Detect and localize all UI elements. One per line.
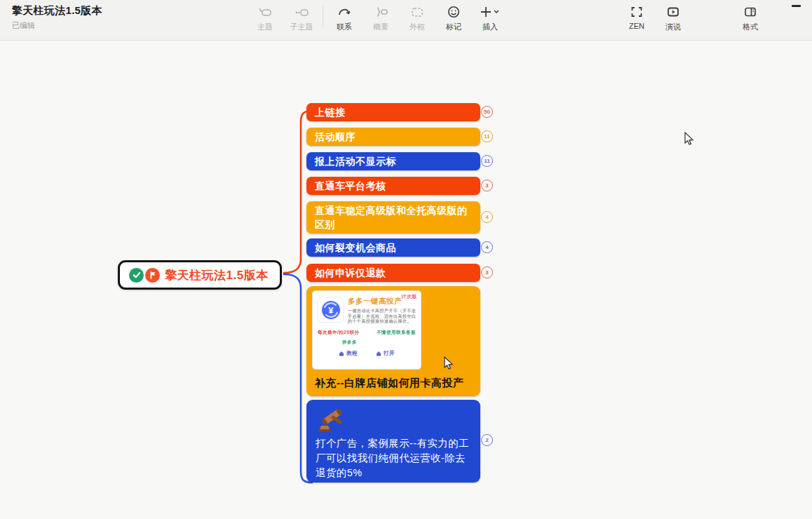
- topic-icon: [257, 4, 273, 20]
- topic-label: 直通车稳定高级版和全托高级版的区别: [315, 205, 468, 230]
- badge-value: 11: [484, 158, 489, 164]
- root-topic-label: 擎天柱玩法1.5版本: [165, 267, 269, 283]
- topic-label: 如何申诉仅退款: [315, 267, 386, 278]
- badge-value: 3: [485, 269, 488, 276]
- app-header: 擎天柱玩法1.5版本 已编辑 主题 子主题: [0, 0, 812, 41]
- app-icon: ¥: [318, 297, 344, 323]
- topic-ad[interactable]: 打个广告，案例展示--有实力的工厂可以找我们纯佣代运营收-除去退货的5%: [306, 400, 480, 483]
- home-icon: [339, 351, 344, 356]
- home-icon: [376, 351, 381, 356]
- boundary-icon: [410, 4, 425, 20]
- format-icon: [743, 4, 758, 20]
- child-count-badge[interactable]: 3: [481, 267, 493, 278]
- toolbar-subtopic-button[interactable]: 子主题: [283, 4, 320, 32]
- app-tutorial-button: 教程: [339, 350, 358, 357]
- toolbar-presentation-label: 演说: [665, 22, 681, 32]
- toolbar-topic-button[interactable]: 主题: [247, 4, 283, 32]
- document-title-block: 擎天柱玩法1.5版本 已编辑: [12, 4, 102, 31]
- gavel-icon: [316, 405, 348, 433]
- toolbar-marker-button[interactable]: 标记: [435, 4, 472, 32]
- toolbar-marker-label: 标记: [446, 22, 461, 32]
- toolbar-insert-label: 插入: [482, 22, 498, 32]
- subtopic-icon: [294, 4, 309, 20]
- child-count-badge[interactable]: 11: [481, 130, 493, 142]
- topic-branch[interactable]: 活动顺序: [306, 128, 480, 146]
- toolbar-presentation-button[interactable]: 演说: [655, 4, 691, 32]
- svg-text:¥: ¥: [328, 305, 334, 316]
- root-topic[interactable]: 擎天柱玩法1.5版本: [118, 260, 282, 290]
- topic-label: 直通车平台考核: [315, 180, 386, 191]
- child-count-badge[interactable]: 11: [481, 155, 493, 167]
- marker-icon: [446, 4, 461, 20]
- mouse-cursor: [684, 132, 695, 146]
- toolbar-relationship-button[interactable]: 联系: [326, 4, 363, 32]
- topic-branch[interactable]: 报上活动不显示标: [306, 152, 480, 170]
- topic-label: 活动顺序: [315, 131, 356, 142]
- toolbar-insert-button[interactable]: 插入: [472, 4, 508, 32]
- topic-branch[interactable]: 如何申诉仅退款: [306, 264, 480, 282]
- app-description: 一键自动化卡高投产开车（开车老手必看）全流程、适合出高投空白的十个高投链接快速确…: [348, 309, 419, 325]
- ad-topic-text: 打个广告，案例展示--有实力的工厂可以找我们纯佣代运营收-除去退货的5%: [316, 436, 471, 480]
- toolbar-format-label: 格式: [743, 22, 758, 32]
- app-cost-note: 每次操作/扣20积分: [318, 330, 360, 336]
- badge-value: 50: [484, 109, 490, 115]
- toolbar-subtopic-label: 子主题: [290, 22, 313, 32]
- toolbar-summary-button[interactable]: 概要: [363, 4, 399, 32]
- toolbar-topic-label: 主题: [257, 22, 273, 32]
- summary-icon: [373, 4, 388, 20]
- badge-value: 4: [485, 214, 488, 220]
- format-toolbar: 格式: [732, 4, 769, 32]
- main-toolbar: 主题 子主题 联系 概要: [247, 4, 508, 32]
- topic-label: 报上活动不显示标: [315, 156, 396, 167]
- view-toolbar: ZEN 演说: [618, 4, 691, 32]
- badge-value: 2: [485, 437, 488, 443]
- topic-label: 上链接: [315, 107, 346, 118]
- embedded-app-screenshot: 计次版 ¥ 多多一键高投产 一键自动化卡高投产开车（开车老手必看）全流程、适合出…: [312, 290, 421, 370]
- topic-branch[interactable]: 直通车稳定高级版和全托高级版的区别: [306, 201, 480, 234]
- topic-label: 如何裂变机会商品: [315, 242, 396, 253]
- topic-supplement[interactable]: 计次版 ¥ 多多一键高投产 一键自动化卡高投产开车（开车老手必看）全流程、适合出…: [306, 286, 480, 396]
- topic-branch[interactable]: 上链接: [306, 103, 480, 121]
- toolbar-boundary-button[interactable]: 外框: [399, 4, 435, 32]
- toolbar-divider: [323, 6, 323, 27]
- presentation-icon: [665, 4, 681, 20]
- supplement-caption: 补充--白牌店铺如何用卡高投产: [315, 377, 464, 390]
- toolbar-zen-label: ZEN: [629, 22, 644, 30]
- app-tip-note: 不懂使用联系客服: [377, 330, 416, 336]
- toolbar-summary-label: 概要: [373, 22, 388, 32]
- app-platform: 拼多多: [342, 339, 421, 346]
- child-count-badge[interactable]: 50: [481, 106, 493, 118]
- flag-icon[interactable]: [145, 268, 160, 283]
- document-title: 擎天柱玩法1.5版本: [12, 4, 102, 18]
- child-count-badge[interactable]: 3: [481, 180, 493, 191]
- topic-branch[interactable]: 直通车平台考核: [306, 177, 480, 195]
- mindmap-canvas[interactable]: 擎天柱玩法1.5版本 上链接 活动顺序 报上活动不显示标 直通车平台考核 直通车…: [0, 41, 812, 519]
- toolbar-format-button[interactable]: 格式: [732, 4, 769, 32]
- insert-icon: [480, 4, 501, 20]
- topic-branch[interactable]: 如何裂变机会商品: [306, 238, 480, 257]
- badge-value: 4: [485, 244, 488, 250]
- toolbar-zen-button[interactable]: ZEN: [618, 4, 655, 30]
- app-open-button: 打开: [376, 350, 395, 357]
- child-count-badge[interactable]: 2: [481, 434, 493, 446]
- check-icon[interactable]: [129, 268, 144, 283]
- zen-icon: [629, 4, 644, 20]
- child-count-badge[interactable]: 4: [481, 211, 493, 223]
- badge-value: 3: [485, 182, 488, 189]
- document-status: 已编辑: [12, 20, 102, 31]
- toolbar-relationship-label: 联系: [337, 22, 352, 32]
- relationship-icon: [337, 4, 352, 20]
- child-count-badge[interactable]: 4: [481, 241, 493, 253]
- toolbar-boundary-label: 外框: [410, 22, 425, 32]
- window-dash: [792, 5, 801, 7]
- badge-value: 11: [484, 133, 489, 140]
- app-open-label: 打开: [384, 350, 395, 357]
- app-version-badge: 计次版: [402, 293, 418, 300]
- app-tutorial-label: 教程: [346, 350, 358, 357]
